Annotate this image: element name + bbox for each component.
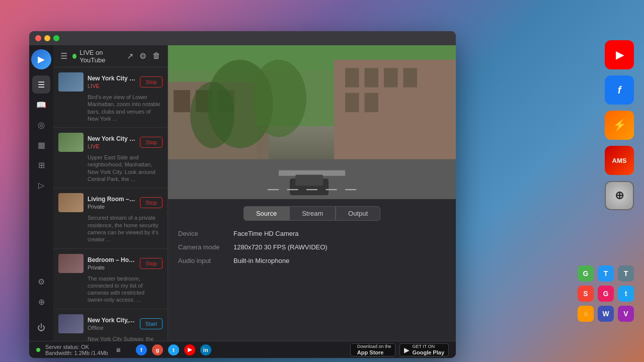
device-label: Device <box>178 230 228 237</box>
camera-status-2: Private <box>88 204 136 210</box>
social-facebook-icon[interactable]: f <box>136 344 147 355</box>
camera-item-header-2: Living Room – Home Private Stop <box>58 193 163 212</box>
sidebar-item-cameras[interactable]: ☰ <box>32 75 50 94</box>
svg-rect-3 <box>345 68 359 87</box>
camera-status-3: Private <box>88 264 136 270</box>
camera-status-0: LIVE <box>88 83 136 89</box>
sidebar-item-location[interactable]: ◎ <box>32 116 50 134</box>
bandwidth-text: Bandwidth: 1.2Mb /1.4Mb <box>45 350 108 356</box>
tab-bar: Source Stream Output <box>178 206 446 221</box>
icon-s[interactable]: S <box>578 286 594 302</box>
tab-source[interactable]: Source <box>244 206 289 221</box>
social-google-icon[interactable]: g <box>152 344 163 355</box>
camera-desc-2: Secured stream of a private residence, t… <box>88 214 163 243</box>
camera-info-1: New York City – UES LIVE <box>88 135 136 149</box>
camera-info-0: New York City – Birds Eye LIVE <box>88 75 136 89</box>
camera-name-0: New York City – Birds Eye <box>88 75 136 82</box>
street-svg <box>168 45 456 199</box>
delete-icon[interactable]: 🗑 <box>152 51 160 61</box>
icon-v[interactable]: V <box>618 306 634 322</box>
device-row: Device FaceTime HD Camera <box>178 230 446 237</box>
monitor-icon: 🖥 <box>115 347 121 353</box>
app-body: ▶ ☰ 📖 ◎ ▦ ⊞ ▷ ⚙ <box>29 45 456 341</box>
icon-g[interactable]: G <box>578 265 594 282</box>
controls-area: Source Stream Output Device FaceTime HD … <box>168 199 456 274</box>
icon-w[interactable]: W <box>598 306 614 322</box>
stop-button-0[interactable]: Stop <box>140 76 163 87</box>
play-store-icon: ▶ <box>404 346 410 354</box>
live-dot <box>72 54 76 59</box>
device-value: FaceTime HD Camera <box>233 230 299 237</box>
camera-item-4[interactable]: New York City, Subway Offline Start New … <box>53 309 168 341</box>
tab-output[interactable]: Output <box>336 206 380 221</box>
share-icon[interactable]: ↗ <box>127 51 133 61</box>
sidebar-item-power[interactable]: ⏻ <box>32 319 50 337</box>
minimize-button[interactable] <box>44 35 50 41</box>
list-icon: ▦ <box>38 140 45 150</box>
start-button-4[interactable]: Start <box>140 318 163 329</box>
camera-item-2[interactable]: Living Room – Home Private Stop Secured … <box>53 188 168 248</box>
svg-rect-8 <box>365 93 379 113</box>
icon-g2[interactable]: G <box>598 286 614 302</box>
power-icon: ⏻ <box>37 323 45 332</box>
grid-icon: ⊞ <box>38 160 45 170</box>
video-icon: ▷ <box>38 180 44 190</box>
lightning-desktop-icon[interactable]: ⚡ <box>605 111 634 140</box>
camera-status-4: Offline <box>88 325 136 331</box>
tab-stream[interactable]: Stream <box>289 206 336 221</box>
sidebar-icons: ▶ ☰ 📖 ◎ ▦ ⊞ ▷ ⚙ <box>29 45 53 341</box>
settings-topbar-icon[interactable]: ⚙ <box>139 51 146 61</box>
ams-desktop-icon[interactable]: AMS <box>605 146 634 175</box>
add-icon: ⊕ <box>38 297 45 307</box>
social-youtube-icon[interactable]: ▶ <box>184 344 195 355</box>
social-twitter-icon[interactable]: t <box>168 344 179 355</box>
stop-button-2[interactable]: Stop <box>140 197 163 208</box>
maximize-button[interactable] <box>53 35 59 41</box>
camera-name-3: Bedroom – Home <box>88 256 136 263</box>
camera-mode-value: 644x362 30 FPS (RAWVIDEO) <box>233 243 328 251</box>
bottom-icon-row-3: ○ W V <box>578 306 634 322</box>
sidebar-item-settings[interactable]: ⚙ <box>32 273 50 291</box>
camera-item-0[interactable]: New York City – Birds Eye LIVE Stop Bird… <box>53 67 168 128</box>
camera-desc-4: New York City Subway, the rapid transit … <box>88 335 163 341</box>
svg-rect-4 <box>365 68 379 87</box>
sidebar-item-plus[interactable]: ⊕ <box>32 293 50 311</box>
menu-icon[interactable]: ☰ <box>60 51 67 61</box>
five-desktop-icon[interactable]: ⊕ <box>605 181 634 210</box>
youtube-desktop-icon[interactable]: ▶ <box>605 40 634 69</box>
google-play-badge[interactable]: ▶ GET IT ON Google Play <box>399 343 449 356</box>
social-linkedin-icon[interactable]: in <box>200 344 211 355</box>
live-label: LIVE on YouTube <box>79 49 122 64</box>
icon-o[interactable]: ○ <box>578 306 594 322</box>
camera-thumb-3 <box>58 254 84 273</box>
icon-tw[interactable]: t <box>618 286 634 302</box>
bottom-icon-row-2: S G t <box>578 286 634 302</box>
camera-item-header-3: Bedroom – Home Private Stop <box>58 254 163 273</box>
sidebar-item-book[interactable]: 📖 <box>32 96 50 114</box>
desktop-icons-right: ▶ f ⚡ AMS ⊕ <box>605 40 634 210</box>
stop-button-3[interactable]: Stop <box>140 258 163 269</box>
svg-rect-5 <box>384 68 398 87</box>
titlebar <box>29 31 456 45</box>
svg-rect-16 <box>295 175 323 186</box>
status-dot <box>36 348 40 352</box>
camera-status-1: LIVE <box>88 143 136 149</box>
camera-item-3[interactable]: Bedroom – Home Private Stop The master b… <box>53 249 168 309</box>
svg-rect-6 <box>404 68 418 87</box>
svg-point-19 <box>190 82 234 148</box>
sidebar-item-grid[interactable]: ⊞ <box>32 156 50 174</box>
live-indicator: LIVE on YouTube <box>72 49 122 64</box>
traffic-lights <box>35 35 59 41</box>
app-store-badge[interactable]: Download on the App Store <box>350 343 396 356</box>
camera-info-3: Bedroom – Home Private <box>88 256 136 270</box>
close-button[interactable] <box>35 35 41 41</box>
camera-thumb-1 <box>58 133 84 152</box>
icon-t2[interactable]: T <box>618 265 634 282</box>
stop-button-1[interactable]: Stop <box>140 137 163 148</box>
facebook-desktop-icon[interactable]: f <box>605 75 634 105</box>
icon-t[interactable]: T <box>598 265 614 282</box>
app-logo[interactable]: ▶ <box>31 49 51 69</box>
sidebar-item-list[interactable]: ▦ <box>32 136 50 154</box>
camera-item-1[interactable]: New York City – UES LIVE Stop Upper East… <box>53 128 168 188</box>
sidebar-item-video[interactable]: ▷ <box>32 176 50 194</box>
